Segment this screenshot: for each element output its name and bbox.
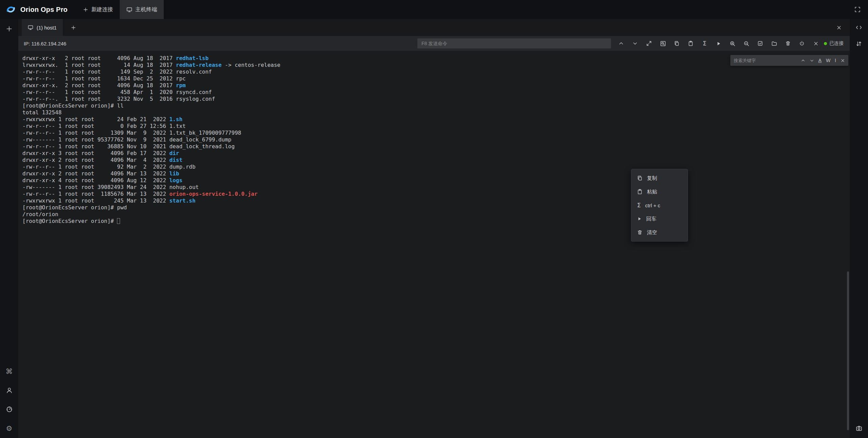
- terminal-text-segment: drwxr-xr-x 2 root root 4096 Mar 4 2022: [22, 157, 169, 163]
- new-tab-plus-icon[interactable]: [69, 23, 78, 32]
- app-window: Orion Ops Pro 新建连接 主机终端 ⌘: [0, 0, 868, 438]
- connected-label: 已连接: [829, 40, 844, 46]
- open-search-icon[interactable]: [659, 40, 666, 47]
- terminal-line: drwxr-xr-x 2 root root 4096 Aug 18 2017 …: [22, 55, 850, 62]
- terminal-cursor: [117, 218, 120, 224]
- zoom-in-icon[interactable]: [729, 40, 736, 47]
- terminal-line: drwxr-xr-x. 2 root root 4096 Aug 18 2017…: [22, 82, 850, 89]
- body-row: ⌘ ⚙ (1) host1: [0, 19, 868, 438]
- zoom-out-icon[interactable]: [743, 40, 750, 47]
- terminal-text-segment: -rw------- 1 root root 39082493 Mar 24 2…: [22, 184, 199, 190]
- terminal-monitor-icon: [126, 7, 132, 13]
- terminal-text-segment: [root@OrionEcsServer orion]#: [22, 218, 117, 224]
- context-menu-item-label: 粘贴: [647, 189, 657, 195]
- context-menu-item-ctrl-c[interactable]: Σ ctrl + c: [631, 198, 688, 212]
- left-sidebar-bottom: ⌘ ⚙: [3, 365, 15, 434]
- terminal-line: drwxr-xr-x 4 root root 4096 Aug 12 2022 …: [22, 177, 850, 184]
- code-icon[interactable]: [853, 22, 865, 33]
- terminal-text-segment: [root@OrionEcsServer orion]# pwd: [22, 204, 127, 211]
- sort-icon[interactable]: [853, 38, 865, 50]
- center-column: (1) host1 IP: 116.62.194.246: [18, 19, 850, 438]
- new-connection-menu-item[interactable]: 新建连接: [76, 0, 120, 19]
- command-icon[interactable]: ⌘: [3, 365, 15, 377]
- add-session-plus-icon[interactable]: [3, 23, 15, 35]
- chevron-up-icon[interactable]: [618, 40, 625, 47]
- terminal-text-segment: start.sh: [169, 197, 195, 204]
- context-menu-item-clear[interactable]: 清空: [631, 226, 688, 239]
- terminal-line: drwxr-xr-x 3 root root 4096 Feb 17 2022 …: [22, 150, 850, 157]
- terminal-text-segment: lrwxrwxrwx. 1 root root 14 Aug 18 2017: [22, 62, 176, 68]
- search-next-icon[interactable]: [810, 58, 814, 63]
- terminal-line: -rw-r--r-- 1 root root 458 Apr 1 2020 rs…: [22, 89, 850, 96]
- terminal-text-segment: orion-ops-service-1.0.0.jar: [169, 191, 257, 197]
- terminal-text-segment: -rw-r--r-- 1 root root 149 Sep 2 2022 re…: [22, 69, 212, 75]
- context-menu-item-copy[interactable]: 复制: [631, 171, 688, 185]
- terminal-text-segment: rpm: [176, 82, 186, 89]
- checkbox-icon[interactable]: [757, 40, 764, 47]
- search-prev-icon[interactable]: [801, 58, 805, 63]
- terminal-text-segment: -rwxrwxrwx 1 root root 245 Mar 13 2022: [22, 197, 169, 204]
- terminal-text-segment: -rw-r--r-- 1 root root 1185676 Mar 13 20…: [22, 191, 169, 197]
- play-icon[interactable]: [715, 40, 722, 47]
- match-case-button[interactable]: A: [818, 58, 822, 63]
- host-ip-label: IP: 116.62.194.246: [24, 41, 66, 46]
- terminal-scrollbar[interactable]: [847, 271, 849, 430]
- host-terminal-menu-item[interactable]: 主机终端: [120, 0, 164, 19]
- monitor-gauge-icon[interactable]: [3, 403, 15, 415]
- brand: Orion Ops Pro: [5, 4, 67, 15]
- trash-icon[interactable]: [785, 40, 791, 47]
- folder-icon[interactable]: [771, 40, 777, 47]
- close-all-icon[interactable]: [834, 23, 844, 32]
- terminal-line: [root@OrionEcsServer orion]# pwd: [22, 204, 850, 211]
- terminal-line: -rw-r--r-- 1 root root 0 Feb 27 12:56 1.…: [22, 123, 850, 130]
- connection-status: 已连接: [824, 40, 844, 46]
- terminal-text-segment: [root@OrionEcsServer orion]# ll: [22, 102, 124, 109]
- search-close-icon[interactable]: [841, 58, 845, 63]
- terminal-text-segment: -rw-r--r-- 1 root root 36885 Nov 10 2021…: [22, 143, 235, 150]
- sigma-icon[interactable]: Σ: [701, 40, 708, 47]
- terminal-text-segment: -rw-r--r--. 1 root root 3232 Nov 5 2016 …: [22, 96, 215, 102]
- terminal-text-segment: logs: [169, 177, 182, 184]
- user-icon[interactable]: [3, 384, 15, 396]
- terminal-line: -rw------- 1 root root 39082493 Mar 24 2…: [22, 184, 850, 191]
- fullscreen-icon[interactable]: [852, 4, 863, 15]
- terminal-line: drwxr-xr-x 2 root root 4096 Mar 13 2022 …: [22, 170, 850, 177]
- context-menu-item-label: 回车: [646, 216, 656, 222]
- copy-icon[interactable]: [673, 40, 680, 47]
- play-icon: [637, 216, 642, 221]
- terminal-text-segment: /root/orion: [22, 211, 58, 217]
- power-icon[interactable]: [798, 40, 805, 47]
- terminal-line: lrwxrwxrwx. 1 root root 14 Aug 18 2017 r…: [22, 62, 850, 69]
- terminal-text-segment: dist: [169, 157, 182, 163]
- regex-button[interactable]: I: [835, 58, 836, 63]
- tab-host1[interactable]: (1) host1: [22, 19, 63, 36]
- trash-icon: [637, 230, 643, 235]
- terminal-text-segment: -rw-r--r-- 1 root root 0 Feb 27 12:56 1.…: [22, 123, 186, 129]
- expand-icon[interactable]: [646, 40, 652, 47]
- search-input[interactable]: [734, 58, 796, 63]
- terminal-toolbar: IP: 116.62.194.246: [18, 36, 850, 51]
- terminal-text-segment: -rw-r--r-- 1 root root 458 Apr 1 2020 rs…: [22, 89, 212, 95]
- top-bar: Orion Ops Pro 新建连接 主机终端: [0, 0, 868, 19]
- terminal-line: -rw------- 1 root root 95377762 Nov 9 20…: [22, 136, 850, 143]
- terminal-monitor-icon: [28, 25, 33, 30]
- send-command-input[interactable]: [417, 38, 611, 49]
- tab-bar: (1) host1: [18, 19, 850, 36]
- terminal-text-segment: -rw-r--r-- 1 root root 1309 Mar 9 2022 1…: [22, 130, 241, 136]
- terminal-line: -rw-r--r--. 1 root root 3232 Nov 5 2016 …: [22, 96, 850, 102]
- terminal-line: -rw-r--r-- 1 root root 1634 Dec 25 2012 …: [22, 75, 850, 82]
- gear-icon[interactable]: ⚙: [3, 422, 15, 434]
- host-terminal-label: 主机终端: [135, 6, 157, 13]
- whole-word-button[interactable]: W: [826, 58, 830, 63]
- context-menu-item-paste[interactable]: 粘贴: [631, 185, 688, 198]
- close-icon[interactable]: [812, 40, 819, 47]
- camera-icon[interactable]: [853, 422, 865, 434]
- terminal-text-segment: -rw-r--r-- 1 root root 1634 Dec 25 2012 …: [22, 75, 186, 82]
- context-menu-item-label: ctrl + c: [645, 203, 660, 208]
- terminal-panel[interactable]: drwxr-xr-x 2 root root 4096 Aug 18 2017 …: [18, 51, 850, 438]
- paste-icon: [637, 189, 643, 194]
- terminal-context-menu: 复制 粘贴 Σ ctrl + c: [631, 169, 688, 242]
- context-menu-item-enter[interactable]: 回车: [631, 212, 688, 226]
- paste-icon[interactable]: [687, 40, 694, 47]
- chevron-down-icon[interactable]: [632, 40, 638, 47]
